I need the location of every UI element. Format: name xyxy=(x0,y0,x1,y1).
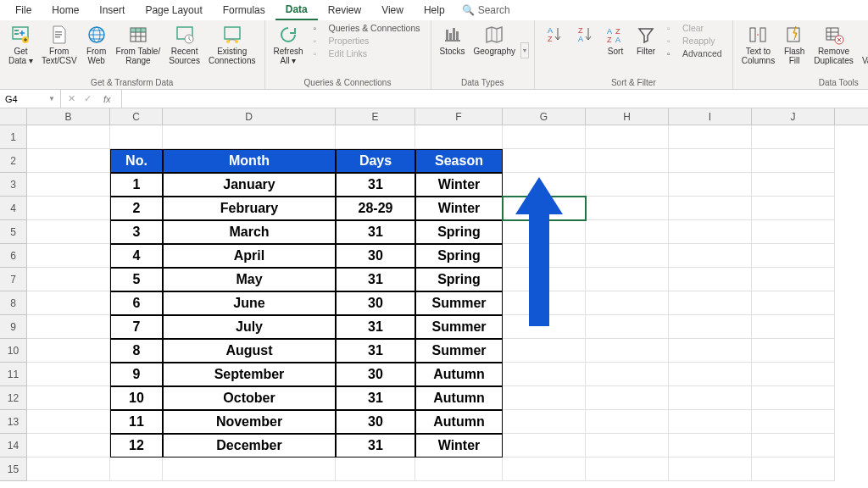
table-cell[interactable]: 6 xyxy=(110,291,163,315)
refresh-all-button[interactable]: Refresh All ▾ xyxy=(270,22,307,67)
table-cell[interactable]: February xyxy=(163,197,336,220)
cell-H8[interactable] xyxy=(586,291,669,315)
row-header-9[interactable]: 9 xyxy=(0,315,27,339)
chevron-down-icon[interactable]: ▼ xyxy=(48,95,55,103)
column-header-F[interactable]: F xyxy=(415,108,503,125)
table-cell[interactable]: Winter xyxy=(415,173,503,197)
table-cell[interactable]: 30 xyxy=(336,363,415,386)
table-cell[interactable]: 31 xyxy=(336,220,415,244)
cell-H4[interactable] xyxy=(586,197,669,220)
cell-H3[interactable] xyxy=(586,173,669,197)
table-cell[interactable]: March xyxy=(163,220,336,244)
cell-G12[interactable] xyxy=(503,386,586,410)
row-header-1[interactable]: 1 xyxy=(0,125,27,149)
row-header-13[interactable]: 13 xyxy=(0,410,27,434)
table-cell[interactable]: 12 xyxy=(110,434,163,458)
table-cell[interactable]: 30 xyxy=(336,410,415,434)
cell-H15[interactable] xyxy=(586,458,669,481)
table-cell[interactable]: January xyxy=(163,173,336,197)
table-cell[interactable]: August xyxy=(163,339,336,363)
table-header-month[interactable]: Month xyxy=(163,149,336,173)
menu-help[interactable]: Help xyxy=(414,1,455,19)
row-header-7[interactable]: 7 xyxy=(0,268,27,291)
table-cell[interactable]: 28-29 xyxy=(336,197,415,220)
sort-az-button[interactable]: AZ xyxy=(540,22,569,47)
table-cell[interactable]: 31 xyxy=(336,386,415,410)
remove-duplicates-button[interactable]: Remove Duplicates xyxy=(810,22,857,67)
fx-label[interactable]: fx xyxy=(100,94,114,104)
table-cell[interactable]: 31 xyxy=(336,268,415,291)
row-header-8[interactable]: 8 xyxy=(0,291,27,315)
table-cell[interactable]: 30 xyxy=(336,244,415,268)
table-cell[interactable]: June xyxy=(163,291,336,315)
from-text-csv-button[interactable]: From Text/CSV xyxy=(38,22,81,67)
cell-B7[interactable] xyxy=(27,268,110,291)
cell-F1[interactable] xyxy=(415,125,503,149)
table-cell[interactable]: 3 xyxy=(110,220,163,244)
cell-E15[interactable] xyxy=(336,458,415,481)
cell-J9[interactable] xyxy=(752,315,835,339)
cell-J11[interactable] xyxy=(752,363,835,386)
row-header-5[interactable]: 5 xyxy=(0,220,27,244)
table-cell[interactable]: 2 xyxy=(110,197,163,220)
table-cell[interactable]: Autumn xyxy=(415,386,503,410)
recent-sources-button[interactable]: Recent Sources xyxy=(165,22,203,67)
row-header-2[interactable]: 2 xyxy=(0,149,27,173)
cell-I1[interactable] xyxy=(669,125,752,149)
cell-G13[interactable] xyxy=(503,410,586,434)
column-header-D[interactable]: D xyxy=(163,108,336,125)
cell-J3[interactable] xyxy=(752,173,835,197)
cell-I9[interactable] xyxy=(669,315,752,339)
column-header-G[interactable]: G xyxy=(503,108,586,125)
select-all-corner[interactable] xyxy=(0,108,27,125)
cell-I11[interactable] xyxy=(669,363,752,386)
overflow-button[interactable]: ▾ xyxy=(520,42,529,58)
data-validation-button[interactable]: Data Validation ▾ xyxy=(859,22,868,67)
cell-C15[interactable] xyxy=(110,458,163,481)
from-table-range-button[interactable]: From Table/ Range xyxy=(113,22,164,67)
cell-H5[interactable] xyxy=(586,220,669,244)
cell-H11[interactable] xyxy=(586,363,669,386)
search-label[interactable]: Search xyxy=(478,4,510,16)
cell-B12[interactable] xyxy=(27,386,110,410)
menu-view[interactable]: View xyxy=(371,1,414,19)
flash-fill-button[interactable]: Flash Fill xyxy=(780,22,809,67)
row-header-14[interactable]: 14 xyxy=(0,434,27,458)
name-box[interactable]: G4 ▼ xyxy=(0,90,61,108)
cell-B4[interactable] xyxy=(27,197,110,220)
cell-F15[interactable] xyxy=(415,458,503,481)
cancel-icon[interactable]: ✕ xyxy=(68,93,75,104)
row-header-15[interactable]: 15 xyxy=(0,458,27,481)
row-header-12[interactable]: 12 xyxy=(0,386,27,410)
cell-H12[interactable] xyxy=(586,386,669,410)
cell-J13[interactable] xyxy=(752,410,835,434)
cell-E1[interactable] xyxy=(336,125,415,149)
cell-G1[interactable] xyxy=(503,125,586,149)
menu-insert[interactable]: Insert xyxy=(89,1,135,19)
cell-J8[interactable] xyxy=(752,291,835,315)
table-cell[interactable]: Summer xyxy=(415,339,503,363)
table-cell[interactable]: 31 xyxy=(336,315,415,339)
cell-H13[interactable] xyxy=(586,410,669,434)
table-cell[interactable]: 1 xyxy=(110,173,163,197)
cell-G15[interactable] xyxy=(503,458,586,481)
row-header-6[interactable]: 6 xyxy=(0,244,27,268)
geography-button[interactable]: Geography xyxy=(470,22,519,58)
cell-B1[interactable] xyxy=(27,125,110,149)
column-header-C[interactable]: C xyxy=(110,108,163,125)
cell-H9[interactable] xyxy=(586,315,669,339)
cell-J2[interactable] xyxy=(752,149,835,173)
cell-J10[interactable] xyxy=(752,339,835,363)
row-header-4[interactable]: 4 xyxy=(0,197,27,220)
cell-B5[interactable] xyxy=(27,220,110,244)
cell-B6[interactable] xyxy=(27,244,110,268)
cell-H1[interactable] xyxy=(586,125,669,149)
cell-B3[interactable] xyxy=(27,173,110,197)
table-cell[interactable]: 9 xyxy=(110,363,163,386)
cell-J14[interactable] xyxy=(752,434,835,458)
cell-J15[interactable] xyxy=(752,458,835,481)
menu-file[interactable]: File xyxy=(5,1,42,19)
cell-G2[interactable] xyxy=(503,149,586,173)
table-cell[interactable]: Summer xyxy=(415,315,503,339)
cell-B8[interactable] xyxy=(27,291,110,315)
